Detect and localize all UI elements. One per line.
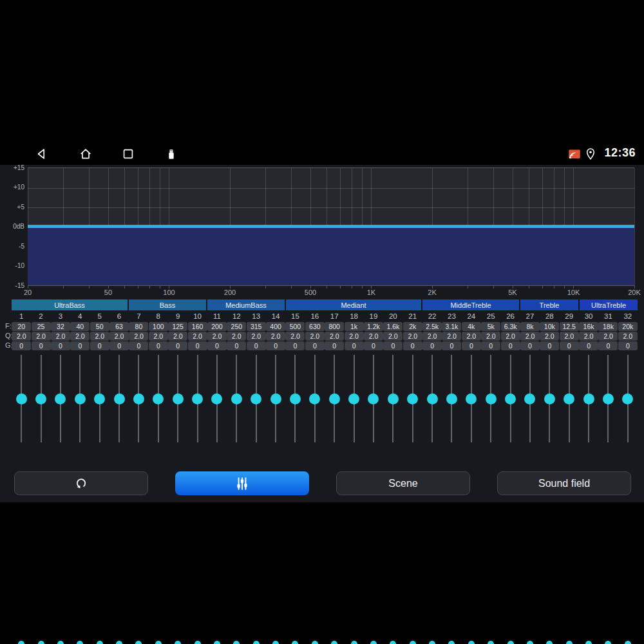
q-indicator-dot[interactable] — [214, 641, 220, 644]
gain-slider[interactable] — [560, 352, 579, 461]
usb-icon[interactable] — [164, 147, 178, 161]
gain-slider[interactable] — [481, 352, 500, 461]
band-frequency-chip[interactable]: 20k — [618, 322, 638, 331]
gain-slider[interactable] — [344, 352, 363, 461]
sound-field-button[interactable]: Sound field — [497, 471, 631, 495]
q-indicator-dot[interactable] — [468, 641, 475, 644]
q-indicator-dot[interactable] — [253, 641, 260, 644]
band-q-chip[interactable]: 2.0 — [207, 332, 227, 341]
gain-slider[interactable] — [129, 352, 148, 461]
band-gain-chip[interactable]: 0 — [149, 341, 168, 350]
band-frequency-chip[interactable]: 63 — [109, 322, 129, 331]
reset-button[interactable] — [14, 471, 148, 495]
band-frequency-chip[interactable]: 1.6k — [383, 322, 402, 331]
band-gain-chip[interactable]: 0 — [481, 341, 500, 350]
q-indicator-dot[interactable] — [331, 641, 337, 644]
band-gain-chip[interactable]: 0 — [129, 341, 148, 350]
band-frequency-chip[interactable]: 50 — [90, 322, 109, 331]
band-frequency-chip[interactable]: 800 — [325, 322, 344, 331]
band-gain-chip[interactable]: 0 — [540, 341, 559, 350]
band-q-chip[interactable]: 2.0 — [618, 332, 638, 341]
band-gain-chip[interactable]: 0 — [51, 341, 70, 350]
gain-slider-knob[interactable] — [564, 393, 574, 404]
gain-slider[interactable] — [109, 352, 129, 461]
gain-slider[interactable] — [12, 352, 31, 461]
gain-slider-knob[interactable] — [505, 393, 516, 404]
band-gain-chip[interactable]: 0 — [560, 341, 579, 350]
band-gain-chip[interactable]: 0 — [227, 341, 246, 350]
band-q-chip[interactable]: 2.0 — [227, 332, 246, 341]
band-gain-chip[interactable]: 0 — [501, 341, 520, 350]
band-gain-chip[interactable]: 0 — [168, 341, 187, 350]
q-indicator-dot[interactable] — [429, 641, 435, 644]
gain-slider-knob[interactable] — [192, 393, 203, 404]
q-indicator-dot[interactable] — [18, 641, 24, 644]
q-indicator-dot[interactable] — [77, 641, 83, 644]
gain-slider-knob[interactable] — [114, 393, 125, 404]
gain-slider[interactable] — [31, 352, 50, 461]
band-q-chip[interactable]: 2.0 — [481, 332, 500, 341]
gain-slider-knob[interactable] — [133, 393, 144, 404]
gain-slider-knob[interactable] — [544, 393, 555, 404]
band-q-chip[interactable]: 2.0 — [462, 332, 481, 341]
band-frequency-chip[interactable]: 500 — [285, 322, 305, 331]
band-q-chip[interactable]: 2.0 — [168, 332, 187, 341]
gain-slider-knob[interactable] — [290, 393, 301, 404]
band-gain-chip[interactable]: 0 — [442, 341, 461, 350]
q-indicator-dot[interactable] — [507, 641, 514, 644]
gain-slider[interactable] — [305, 352, 325, 461]
equalizer-button[interactable] — [175, 471, 309, 495]
gain-slider-knob[interactable] — [466, 393, 477, 404]
band-gain-chip[interactable]: 0 — [285, 341, 305, 350]
q-indicator-dot[interactable] — [390, 641, 396, 644]
band-frequency-chip[interactable]: 1.2k — [364, 322, 383, 331]
band-frequency-chip[interactable]: 2.5k — [422, 322, 442, 331]
band-frequency-chip[interactable]: 18k — [598, 322, 618, 331]
band-q-chip[interactable]: 2.0 — [90, 332, 109, 341]
gain-slider-knob[interactable] — [153, 393, 164, 404]
band-frequency-chip[interactable]: 2k — [403, 322, 422, 331]
gain-slider[interactable] — [383, 352, 402, 461]
gain-slider[interactable] — [364, 352, 383, 461]
band-q-chip[interactable]: 2.0 — [422, 332, 442, 341]
band-q-chip[interactable]: 2.0 — [403, 332, 422, 341]
band-gain-chip[interactable]: 0 — [345, 341, 364, 350]
band-gain-chip[interactable]: 0 — [618, 341, 638, 350]
scene-button[interactable]: Scene — [336, 471, 470, 495]
band-frequency-chip[interactable]: 315 — [247, 322, 266, 331]
q-indicator-dot[interactable] — [194, 641, 201, 644]
band-q-chip[interactable]: 2.0 — [51, 332, 70, 341]
band-gain-chip[interactable]: 0 — [462, 341, 481, 350]
band-q-chip[interactable]: 2.0 — [109, 332, 129, 341]
band-q-chip[interactable]: 2.0 — [520, 332, 540, 341]
gain-slider[interactable] — [579, 352, 598, 461]
gain-slider-knob[interactable] — [35, 393, 46, 404]
gain-slider[interactable] — [285, 352, 305, 461]
band-gain-chip[interactable]: 0 — [188, 341, 207, 350]
gain-slider-knob[interactable] — [231, 393, 242, 404]
band-q-chip[interactable]: 2.0 — [129, 332, 148, 341]
gain-slider[interactable] — [462, 352, 481, 461]
q-indicator-dot[interactable] — [116, 641, 122, 644]
band-frequency-chip[interactable]: 3.1k — [442, 322, 461, 331]
band-q-chip[interactable]: 2.0 — [579, 332, 598, 341]
band-frequency-chip[interactable]: 25 — [32, 322, 51, 331]
band-frequency-chip[interactable]: 100 — [149, 322, 168, 331]
gain-slider[interactable] — [520, 352, 540, 461]
band-gain-chip[interactable]: 0 — [12, 341, 31, 350]
q-indicator-dot[interactable] — [57, 641, 64, 644]
band-frequency-chip[interactable]: 400 — [266, 322, 285, 331]
band-q-chip[interactable]: 2.0 — [305, 332, 325, 341]
gain-slider[interactable] — [149, 352, 168, 461]
q-indicator-dot[interactable] — [233, 641, 240, 644]
band-frequency-chip[interactable]: 40 — [70, 322, 90, 331]
q-indicator-dot[interactable] — [605, 641, 611, 644]
band-gain-chip[interactable]: 0 — [383, 341, 402, 350]
band-frequency-chip[interactable]: 160 — [188, 322, 207, 331]
q-indicator-dot[interactable] — [370, 641, 377, 644]
gain-slider[interactable] — [422, 352, 442, 461]
band-frequency-chip[interactable]: 80 — [129, 322, 148, 331]
q-indicator-dot[interactable] — [410, 641, 416, 644]
band-frequency-chip[interactable]: 12.5 — [560, 322, 579, 331]
q-indicator-dot[interactable] — [312, 641, 318, 644]
